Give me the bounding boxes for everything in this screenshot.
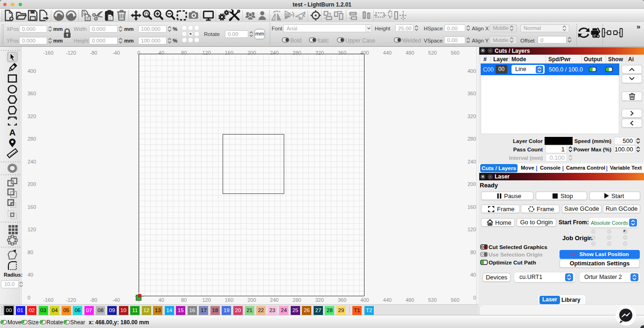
svg-text:A: A — [9, 128, 16, 137]
